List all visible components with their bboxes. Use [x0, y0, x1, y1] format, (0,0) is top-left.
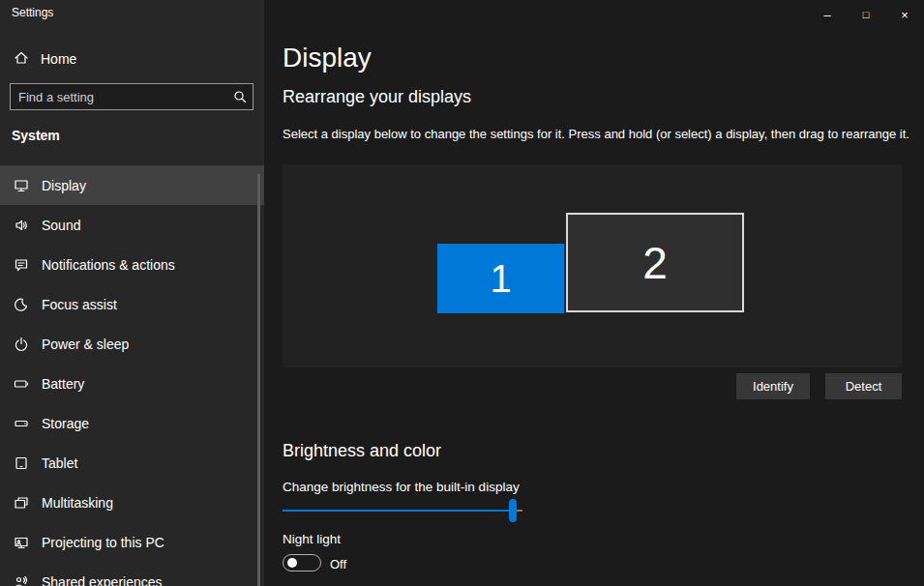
- settings-window: Settings Home System Display: [0, 0, 924, 586]
- slider-thumb[interactable]: [509, 499, 517, 522]
- sidebar-item-multitasking[interactable]: Multitasking: [0, 483, 264, 522]
- focus-assist-icon: [14, 297, 29, 312]
- monitor-1[interactable]: 1: [437, 244, 564, 313]
- identify-button[interactable]: Identify: [736, 373, 810, 399]
- monitor-2[interactable]: 2: [566, 213, 744, 312]
- sidebar-item-battery[interactable]: Battery: [0, 364, 264, 403]
- brightness-slider-label: Change brightness for the built-in displ…: [283, 480, 520, 494]
- projecting-icon: [14, 535, 29, 550]
- home-icon: [14, 50, 29, 69]
- slider-fill: [283, 510, 513, 512]
- night-light-label: Night light: [283, 532, 341, 546]
- search-box[interactable]: [10, 83, 253, 110]
- brightness-slider[interactable]: [283, 499, 522, 522]
- sidebar-item-sound[interactable]: Sound: [0, 205, 264, 245]
- sidebar-item-storage[interactable]: Storage: [0, 403, 264, 443]
- toggle-knob: [287, 558, 297, 568]
- sidebar-item-power-sleep[interactable]: Power & sleep: [0, 324, 264, 364]
- nav-label: Shared experiences: [42, 574, 163, 586]
- night-light-toggle[interactable]: [283, 554, 321, 571]
- sound-icon: [14, 218, 29, 233]
- shared-experiences-icon: [14, 574, 29, 586]
- window-title: Settings: [12, 6, 53, 19]
- nav-label: Display: [42, 178, 86, 193]
- detect-button[interactable]: Detect: [825, 373, 902, 399]
- sidebar-item-notifications[interactable]: Notifications & actions: [0, 245, 264, 284]
- home-label: Home: [41, 51, 76, 67]
- nav-label: Storage: [42, 416, 89, 431]
- display-icon: [14, 178, 29, 193]
- nav-label: Notifications & actions: [42, 257, 175, 273]
- sidebar-item-projecting[interactable]: Projecting to this PC: [0, 522, 264, 562]
- notifications-icon: [14, 257, 29, 273]
- page-title: Display: [283, 43, 372, 73]
- nav-label: Sound: [42, 218, 80, 233]
- search-icon[interactable]: [227, 89, 253, 104]
- sidebar-item-shared-experiences[interactable]: Shared experiences: [0, 562, 264, 586]
- brightness-heading: Brightness and color: [283, 441, 441, 461]
- search-input[interactable]: [11, 90, 227, 104]
- nav-label: Power & sleep: [42, 337, 129, 352]
- rearrange-heading: Rearrange your displays: [283, 87, 471, 107]
- sidebar-item-focus-assist[interactable]: Focus assist: [0, 284, 264, 324]
- nav-label: Projecting to this PC: [42, 535, 164, 550]
- battery-icon: [14, 376, 29, 392]
- nav-label: Focus assist: [42, 297, 117, 312]
- night-light-state: Off: [330, 557, 346, 571]
- close-button[interactable]: ×: [885, 0, 924, 29]
- sidebar-item-tablet[interactable]: Tablet: [0, 443, 264, 483]
- window-controls: – □ ×: [808, 0, 924, 29]
- tablet-icon: [14, 455, 29, 471]
- storage-icon: [14, 416, 29, 431]
- nav-label: Tablet: [42, 455, 77, 471]
- sidebar: Settings Home System Display: [0, 0, 264, 586]
- rearrange-description: Select a display below to change the set…: [283, 127, 909, 141]
- sidebar-section-system: System: [12, 128, 60, 143]
- nav-label: Multitasking: [42, 495, 113, 511]
- power-icon: [14, 337, 29, 352]
- sidebar-item-home[interactable]: Home: [0, 44, 264, 73]
- sidebar-item-display[interactable]: Display: [0, 165, 264, 205]
- minimize-button[interactable]: –: [808, 0, 847, 29]
- maximize-button[interactable]: □: [847, 0, 885, 29]
- display-arrangement-panel: 1 2: [283, 164, 902, 367]
- sidebar-nav: Display Sound Notifications & actions Fo…: [0, 165, 264, 586]
- sidebar-scrollbar[interactable]: [257, 174, 260, 586]
- nav-label: Battery: [42, 376, 84, 392]
- multitasking-icon: [14, 495, 29, 511]
